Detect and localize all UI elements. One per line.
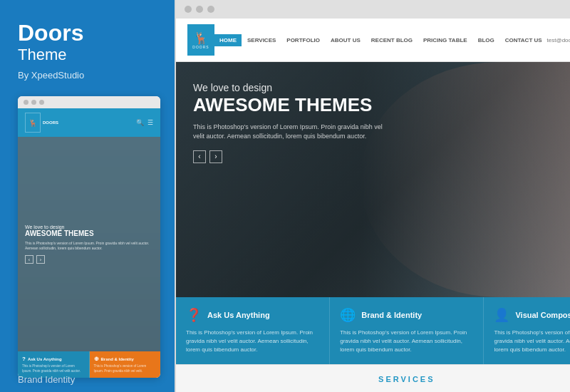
mini-content: 🦌 DOORS 🔍 ☰ We love to design awesome TH… bbox=[18, 108, 160, 378]
mini-hero-arrows: ‹ › bbox=[25, 255, 153, 264]
feature-brand-title: Brand & Identity bbox=[361, 311, 422, 319]
left-panel: Doors Theme By XpeedStudio 🦌 DOORS 🔍 ☰ bbox=[0, 0, 175, 392]
feature-ask-header: ❓ Ask Us Anything bbox=[186, 307, 319, 323]
mini-header: 🦌 DOORS 🔍 ☰ bbox=[18, 108, 160, 137]
hero-body: This is Photoshop's version of Lorem Ips… bbox=[193, 123, 393, 142]
user-icon: 👤 bbox=[494, 307, 509, 323]
mini-dot-3 bbox=[39, 100, 44, 105]
nav-blog[interactable]: RECENT BLOG bbox=[366, 34, 418, 46]
hero-nav: ‹ › bbox=[193, 150, 570, 163]
hero-heading: awesome THEMES bbox=[193, 95, 570, 115]
hero-tagline: We love to design bbox=[193, 82, 570, 93]
services-label: SERVICES bbox=[378, 375, 435, 383]
mini-dot-1 bbox=[24, 100, 28, 105]
mini-logo-box: 🦌 bbox=[25, 113, 41, 133]
main-titlebar bbox=[176, 0, 570, 19]
main-dot-3 bbox=[207, 6, 214, 13]
mini-feature-2: ⊕ Brand & Identity This is Photoshop's v… bbox=[90, 351, 161, 378]
mini-feature-desc-2: This is Photoshop's version of Lorem Ips… bbox=[94, 364, 157, 373]
mini-feature-title-1: ? Ask Us Anything bbox=[22, 356, 85, 362]
mini-hero: We love to design awesome THEMES This is… bbox=[18, 137, 160, 351]
feature-ask-title: Ask Us Anything bbox=[207, 311, 270, 319]
mini-deer-icon: 🦌 bbox=[28, 119, 37, 127]
feature-composer-title: Visual Composer bbox=[515, 311, 570, 319]
services-bar: SERVICES bbox=[176, 364, 570, 392]
nav-home[interactable]: HOME bbox=[214, 34, 242, 46]
feature-brand: 🌐 Brand & Identity This is Photoshop's v… bbox=[330, 297, 484, 364]
contact-email: test@doors.com bbox=[547, 37, 570, 43]
feature-composer: 👤 Visual Composer This is Photoshop's ve… bbox=[484, 297, 570, 364]
feature-brand-desc: This is Photoshop's version of Lorem Ips… bbox=[340, 329, 473, 354]
mini-menu-icon: ☰ bbox=[147, 119, 153, 126]
logo-text: DOORS bbox=[192, 45, 209, 49]
main-header: 🦌 DOORS HOME SERVICES PORTFOLIO ABOUT US… bbox=[176, 19, 570, 62]
mini-next-arrow[interactable]: › bbox=[36, 255, 45, 264]
mini-hero-text: We love to design awesome THEMES This is… bbox=[25, 225, 153, 264]
mini-logo: 🦌 DOORS bbox=[25, 113, 58, 133]
mini-dot-2 bbox=[31, 100, 36, 105]
nav-portfolio[interactable]: PORTFOLIO bbox=[281, 34, 325, 46]
main-hero: We love to design awesome THEMES This is… bbox=[176, 62, 570, 297]
right-panel: 🦌 DOORS HOME SERVICES PORTFOLIO ABOUT US… bbox=[175, 0, 570, 392]
bottom-label: Brand Identity bbox=[18, 374, 75, 385]
main-dot-2 bbox=[196, 6, 203, 13]
mini-globe-icon: ⊕ bbox=[94, 356, 99, 362]
hero-next-arrow[interactable]: › bbox=[209, 150, 222, 163]
feature-composer-desc: This is Photoshop's version of Lorem Ips… bbox=[494, 329, 570, 354]
mini-feature-desc-1: This is Photoshop's version of Lorem Ips… bbox=[22, 364, 85, 373]
hero-content: We love to design awesome THEMES This is… bbox=[176, 62, 570, 183]
feature-ask: ❓ Ask Us Anything This is Photoshop's ve… bbox=[176, 297, 330, 364]
mini-feature-title-2: ⊕ Brand & Identity bbox=[94, 356, 157, 362]
mini-logo-text: DOORS bbox=[43, 120, 58, 125]
feature-composer-header: 👤 Visual Composer bbox=[494, 307, 570, 323]
header-right: test@doors.com (123) 456-7890 🔍 bbox=[547, 31, 570, 50]
nav-services[interactable]: SERVICES bbox=[242, 34, 281, 46]
nav-blog2[interactable]: BLOG bbox=[473, 34, 499, 46]
mini-titlebar bbox=[18, 96, 160, 108]
mini-prev-arrow[interactable]: ‹ bbox=[25, 255, 33, 264]
mini-nav-icons: 🔍 ☰ bbox=[136, 119, 153, 126]
deer-icon: 🦌 bbox=[194, 31, 208, 45]
feature-ask-desc: This is Photoshop's version of Lorem Ips… bbox=[186, 329, 319, 354]
nav-pricing[interactable]: PRICING TABLE bbox=[418, 34, 472, 46]
question-icon: ❓ bbox=[186, 307, 202, 323]
main-nav: HOME SERVICES PORTFOLIO ABOUT US RECENT … bbox=[214, 34, 547, 46]
mini-browser: 🦌 DOORS 🔍 ☰ We love to design awesome TH… bbox=[18, 96, 160, 378]
main-dot-1 bbox=[185, 6, 192, 13]
main-logo-box: 🦌 DOORS bbox=[187, 24, 214, 56]
globe-icon: 🌐 bbox=[340, 307, 356, 323]
nav-about[interactable]: ABOUT US bbox=[326, 34, 366, 46]
mini-search-icon: 🔍 bbox=[136, 119, 144, 126]
main-features: ❓ Ask Us Anything This is Photoshop's ve… bbox=[176, 297, 570, 364]
nav-contact[interactable]: CONTACT US bbox=[500, 34, 547, 46]
mini-question-icon: ? bbox=[22, 356, 26, 362]
main-logo-area: 🦌 DOORS bbox=[187, 24, 214, 56]
main-browser-content: 🦌 DOORS HOME SERVICES PORTFOLIO ABOUT US… bbox=[176, 19, 570, 392]
hero-prev-arrow[interactable]: ‹ bbox=[193, 150, 206, 163]
brand-name: Doors Theme By XpeedStudio bbox=[18, 21, 160, 81]
feature-brand-header: 🌐 Brand & Identity bbox=[340, 307, 473, 323]
